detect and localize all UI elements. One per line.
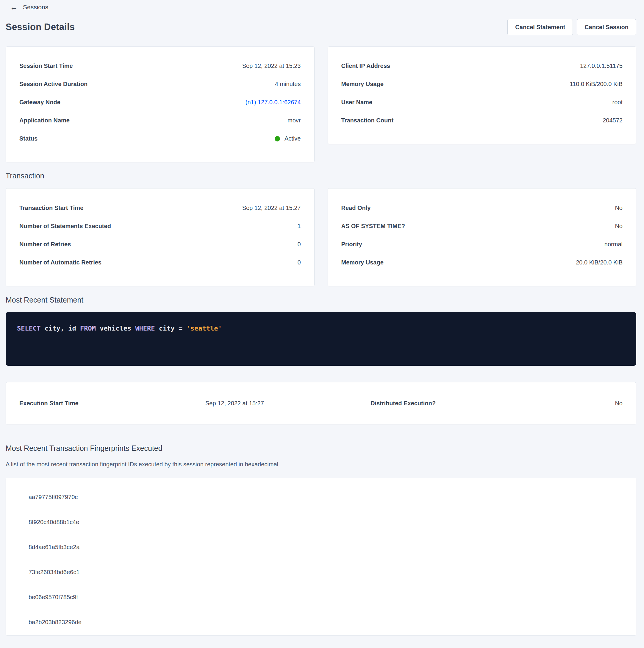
row-value: movr — [288, 117, 301, 124]
page-actions: Cancel Statement Cancel Session — [504, 19, 636, 35]
summary-row-as-of-system-time: AS OF SYSTEM TIME? No — [341, 217, 623, 235]
row-value: 20.0 KiB/20.0 KiB — [576, 259, 623, 266]
row-label: Number of Statements Executed — [19, 223, 111, 230]
sql-text: city, id — [41, 325, 80, 332]
row-label: Transaction Count — [341, 117, 394, 124]
fingerprint-row: 8d4ae61a5fb3ce2a — [6, 535, 636, 559]
row-value: Sep 12, 2022 at 15:23 — [242, 62, 301, 69]
status-value: Active — [285, 135, 301, 142]
fingerprint-id: be06e9570f785c9f — [28, 594, 78, 601]
transaction-summary-grid: Transaction Start Time Sep 12, 2022 at 1… — [6, 188, 636, 286]
title-bar: Session Details Cancel Statement Cancel … — [6, 18, 636, 36]
row-value: No — [615, 205, 623, 211]
execution-card: Execution Start Time Sep 12, 2022 at 15:… — [6, 382, 636, 424]
fingerprint-id: 73fe26034bd6e6c1 — [28, 569, 79, 576]
fingerprint-id: 8d4ae61a5fb3ce2a — [28, 544, 79, 551]
summary-row-retries: Number of Retries 0 — [19, 235, 301, 254]
row-value: 0 — [297, 259, 301, 266]
back-arrow-icon: ← — [10, 3, 18, 11]
row-label: Priority — [341, 241, 362, 248]
gateway-node-link[interactable]: (n1) 127.0.0.1:62674 — [245, 99, 301, 106]
row-label: Number of Automatic Retries — [19, 259, 102, 266]
summary-row-gateway-node: Gateway Node (n1) 127.0.0.1:62674 — [19, 93, 301, 111]
sql-keyword: SELECT — [17, 325, 41, 332]
row-label: Application Name — [19, 117, 70, 124]
fingerprint-row: ba2b203b823296de — [6, 609, 636, 635]
execution-start-time-value: Sep 12, 2022 at 15:27 — [206, 400, 370, 407]
summary-row-transaction-start-time: Transaction Start Time Sep 12, 2022 at 1… — [19, 199, 301, 217]
summary-row-session-active-duration: Session Active Duration 4 minutes — [19, 75, 301, 93]
row-label: Client IP Address — [341, 62, 391, 69]
cancel-session-button[interactable]: Cancel Session — [577, 19, 636, 35]
fingerprint-row: be06e9570f785c9f — [6, 585, 636, 609]
page-title: Session Details — [6, 22, 75, 33]
row-value: 4 minutes — [275, 81, 301, 88]
session-summary-grid: Session Start Time Sep 12, 2022 at 15:23… — [6, 47, 636, 162]
row-label: User Name — [341, 99, 372, 106]
row-value: Sep 12, 2022 at 15:27 — [242, 205, 301, 211]
row-label: Status — [19, 135, 38, 142]
row-label: Memory Usage — [341, 81, 384, 88]
fingerprint-row: aa79775ff097970c — [6, 485, 636, 509]
summary-row-txn-memory-usage: Memory Usage 20.0 KiB/20.0 KiB — [341, 254, 623, 272]
transaction-section-heading: Transaction — [6, 170, 636, 181]
summary-row-statements-executed: Number of Statements Executed 1 — [19, 217, 301, 235]
row-label: AS OF SYSTEM TIME? — [341, 223, 405, 230]
fingerprint-row: 73fe26034bd6e6c1 — [6, 559, 636, 585]
row-label: Memory Usage — [341, 259, 384, 266]
sql-string: 'seattle' — [187, 325, 222, 332]
status-badge: Active — [275, 135, 301, 142]
breadcrumb-label: Sessions — [23, 4, 48, 11]
transaction-props-card: Read Only No AS OF SYSTEM TIME? No Prior… — [328, 188, 637, 286]
fingerprint-id: ba2b203b823296de — [28, 619, 81, 626]
fingerprints-card: aa79775ff097970c 8f920c40d88b1c4e 8d4ae6… — [6, 478, 636, 636]
statement-section-heading: Most Recent Statement — [6, 294, 636, 306]
summary-row-read-only: Read Only No — [341, 199, 623, 217]
session-details-page: ← Sessions Session Details Cancel Statem… — [0, 0, 644, 636]
row-label: Transaction Start Time — [19, 205, 83, 211]
row-value: 0 — [297, 241, 301, 248]
session-info-card: Session Start Time Sep 12, 2022 at 15:23… — [6, 47, 314, 162]
sql-text: vehicles — [96, 325, 135, 332]
fingerprint-id: aa79775ff097970c — [28, 494, 78, 501]
summary-row-priority: Priority normal — [341, 235, 623, 254]
summary-row-status: Status Active — [19, 129, 301, 148]
summary-row-memory-usage: Memory Usage 110.0 KiB/200.0 KiB — [341, 75, 623, 93]
summary-row-automatic-retries: Number of Automatic Retries 0 — [19, 254, 301, 272]
row-value: 204572 — [603, 117, 623, 124]
row-value: root — [612, 99, 623, 106]
summary-row-client-ip: Client IP Address 127.0.0.1:51175 — [341, 57, 623, 75]
summary-row-user-name: User Name root — [341, 93, 623, 111]
row-value: 1 — [297, 223, 301, 230]
row-label: Session Active Duration — [19, 81, 87, 88]
row-value: 110.0 KiB/200.0 KiB — [570, 81, 623, 88]
fingerprints-description: A list of the most recent transaction fi… — [6, 460, 636, 469]
row-value: No — [615, 223, 623, 230]
row-value: normal — [604, 241, 623, 248]
row-value: 127.0.0.1:51175 — [580, 62, 623, 69]
summary-row-transaction-count: Transaction Count 204572 — [341, 111, 623, 129]
summary-row-session-start-time: Session Start Time Sep 12, 2022 at 15:23 — [19, 57, 301, 75]
breadcrumb[interactable]: ← Sessions — [10, 0, 636, 12]
fingerprints-section-heading: Most Recent Transaction Fingerprints Exe… — [6, 442, 636, 454]
distributed-execution-value: No — [436, 400, 623, 407]
cancel-statement-button[interactable]: Cancel Statement — [508, 19, 573, 35]
transaction-info-card: Transaction Start Time Sep 12, 2022 at 1… — [6, 188, 314, 286]
row-label: Read Only — [341, 205, 371, 211]
fingerprint-id: 8f920c40d88b1c4e — [28, 519, 79, 526]
row-label: Number of Retries — [19, 241, 71, 248]
status-dot-icon — [275, 136, 280, 142]
row-label: Gateway Node — [19, 99, 60, 106]
execution-start-time-label: Execution Start Time — [19, 400, 206, 407]
sql-statement: SELECT city, id FROM vehicles WHERE city… — [17, 325, 222, 332]
distributed-execution-label: Distributed Execution? — [370, 400, 436, 407]
fingerprint-row: 8f920c40d88b1c4e — [6, 509, 636, 535]
sql-text: city = — [155, 325, 187, 332]
sql-keyword: FROM — [80, 325, 96, 332]
row-label: Session Start Time — [19, 62, 73, 69]
summary-row-application-name: Application Name movr — [19, 111, 301, 129]
sql-statement-box: SELECT city, id FROM vehicles WHERE city… — [6, 312, 636, 366]
sql-keyword: WHERE — [135, 325, 155, 332]
session-stats-card: Client IP Address 127.0.0.1:51175 Memory… — [328, 47, 637, 144]
